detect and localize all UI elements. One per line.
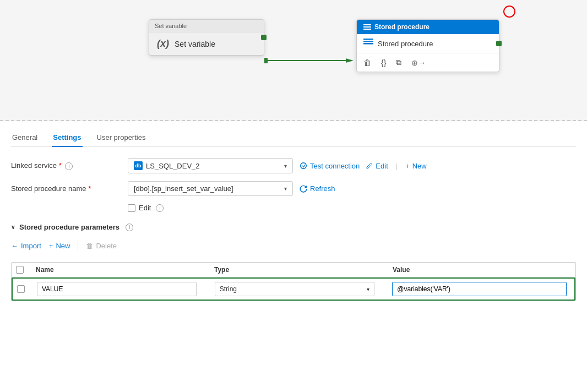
- edit-info-icon[interactable]: i: [156, 204, 164, 212]
- stored-proc-header: Stored procedure: [357, 20, 499, 34]
- set-variable-body: (x) Set variable: [149, 32, 264, 55]
- linked-service-value: LS_SQL_DEV_2: [146, 162, 200, 170]
- import-button[interactable]: ← Import: [11, 242, 41, 250]
- import-icon: ←: [11, 242, 18, 250]
- type-value: String: [220, 285, 237, 293]
- stored-proc-body: Stored procedure: [357, 34, 499, 53]
- db-icon: db: [134, 161, 143, 170]
- stored-procedure-name-row: Stored procedure name * [dbo].[sp_insert…: [11, 181, 576, 196]
- type-dropdown-arrow: ▾: [367, 286, 369, 292]
- row-name-input[interactable]: [37, 282, 197, 296]
- stored-procedure-name-dropdown[interactable]: [dbo].[sp_insert_set_var_value] ▾: [128, 181, 293, 196]
- linked-service-row: Linked service * i db LS_SQL_DEV_2 ▾ Tes…: [11, 158, 576, 173]
- linked-service-info-icon[interactable]: i: [65, 162, 73, 170]
- select-all-checkbox[interactable]: [16, 266, 24, 274]
- connector-right[interactable]: [261, 35, 267, 40]
- dropdown-arrow: ▾: [284, 163, 287, 169]
- tab-general[interactable]: General: [11, 129, 39, 147]
- connector-arrow: [264, 55, 359, 66]
- row-value-input[interactable]: [392, 282, 566, 296]
- new-link[interactable]: + New: [405, 162, 427, 170]
- stored-proc-header-label: Stored procedure: [374, 23, 430, 31]
- row-type-dropdown[interactable]: String ▾: [215, 282, 374, 296]
- tabs: General Settings User properties: [11, 121, 576, 147]
- delete-icon[interactable]: 🗑: [363, 58, 371, 67]
- test-connection-icon: [300, 162, 307, 170]
- svg-rect-7: [363, 41, 373, 42]
- edit-checkbox-row: Edit i: [128, 204, 576, 212]
- row-type-cell: String ▾: [215, 282, 393, 296]
- stored-proc-body-label: Stored procedure: [378, 40, 433, 48]
- edit-link[interactable]: Edit: [366, 162, 388, 170]
- chevron-down-icon[interactable]: ∨: [11, 224, 15, 230]
- edit-checkbox[interactable]: [128, 204, 135, 212]
- tab-settings[interactable]: Settings: [52, 129, 82, 147]
- circle-indicator: [503, 6, 515, 18]
- delete-param-button[interactable]: 🗑 Delete: [86, 242, 117, 250]
- required-star: *: [59, 161, 62, 170]
- svg-rect-6: [363, 39, 373, 40]
- row-checkbox-cell: [17, 285, 37, 293]
- node-stored-proc[interactable]: Stored procedure Stored procedure 🗑 {} ⧉…: [356, 19, 499, 72]
- node-set-variable[interactable]: Set variable (x) Set variable: [149, 19, 264, 56]
- refresh-icon: [300, 185, 307, 193]
- stored-proc-header-icon: [363, 23, 371, 31]
- svg-rect-3: [363, 24, 371, 25]
- delete-trash-icon: 🗑: [86, 242, 93, 250]
- svg-marker-1: [346, 58, 354, 63]
- set-variable-header: Set variable: [149, 20, 264, 32]
- sp-dropdown-arrow: ▾: [284, 186, 287, 192]
- svg-rect-8: [363, 43, 373, 45]
- new-param-button[interactable]: + New: [49, 242, 70, 250]
- refresh-link[interactable]: Refresh: [300, 184, 335, 193]
- sp-params-label: Stored procedure parameters: [19, 223, 119, 231]
- row-name-cell: [37, 282, 215, 296]
- col-type-header: Type: [214, 266, 393, 274]
- row-checkbox[interactable]: [17, 285, 25, 293]
- sp-params-info-icon[interactable]: i: [126, 224, 133, 231]
- row-value-cell: [392, 282, 570, 296]
- tab-user-properties[interactable]: User properties: [96, 129, 147, 147]
- redirect-icon[interactable]: ⊕→: [411, 58, 426, 67]
- edit-label: Edit: [139, 204, 151, 212]
- sp-params-section-title: ∨ Stored procedure parameters i: [11, 223, 576, 231]
- plus-icon: +: [405, 162, 410, 170]
- svg-rect-2: [264, 58, 268, 63]
- params-table: Name Type Value String ▾: [11, 262, 576, 301]
- variable-icon: (x): [157, 38, 169, 50]
- new-plus-icon: +: [49, 242, 53, 250]
- node-connector-right[interactable]: [496, 41, 502, 46]
- col-name-header: Name: [36, 266, 214, 274]
- sp-body-icon: [363, 39, 373, 48]
- code-icon[interactable]: {}: [381, 58, 386, 67]
- select-all-checkbox-cell: [16, 266, 36, 274]
- divider: |: [396, 162, 398, 170]
- table-row: String ▾: [12, 277, 575, 301]
- col-value-header: Value: [393, 266, 571, 274]
- form-section: Linked service * i db LS_SQL_DEV_2 ▾ Tes…: [11, 158, 576, 301]
- node-actions: 🗑 {} ⧉ ⊕→: [357, 53, 499, 72]
- bottom-panel: General Settings User properties Linked …: [0, 121, 587, 301]
- stored-procedure-name-label: Stored procedure name *: [11, 184, 121, 193]
- toolbar-divider: [78, 241, 78, 250]
- svg-rect-4: [363, 26, 371, 28]
- test-connection-link[interactable]: Test connection: [300, 162, 360, 170]
- table-header: Name Type Value: [12, 263, 575, 277]
- stored-procedure-name-value: [dbo].[sp_insert_set_var_value]: [134, 184, 233, 193]
- sp-params-toolbar: ← Import + New 🗑 Delete: [11, 241, 576, 250]
- canvas-area: Set variable (x) Set variable Stored pro…: [0, 0, 587, 121]
- linked-service-label: Linked service * i: [11, 161, 121, 170]
- required-star-sp: *: [88, 184, 91, 193]
- linked-service-dropdown[interactable]: db LS_SQL_DEV_2 ▾: [128, 158, 293, 173]
- edit-icon: [366, 162, 373, 169]
- svg-rect-5: [363, 29, 371, 30]
- copy-icon[interactable]: ⧉: [396, 58, 401, 67]
